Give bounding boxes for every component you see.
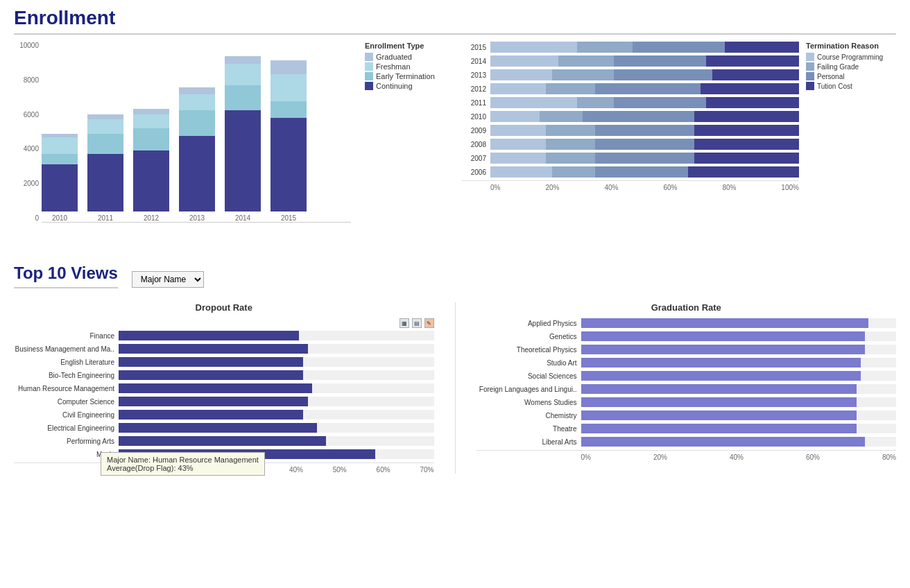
graduation-row: Chemistry xyxy=(477,410,897,420)
dropout-bar[interactable] xyxy=(119,449,375,459)
termination-legend-title: Termination Reason xyxy=(806,42,896,50)
graduation-bar[interactable] xyxy=(581,437,865,447)
graduation-x-label: 20% xyxy=(653,453,667,461)
graduation-x-label: 80% xyxy=(882,453,896,461)
legend-item: Continuing xyxy=(365,82,448,90)
dropout-bar[interactable] xyxy=(119,331,299,340)
dropout-label: English Literature xyxy=(14,358,114,366)
legend-item: Freshman xyxy=(365,62,448,71)
graduation-chart: Graduation Rate Applied PhysicsGeneticsT… xyxy=(477,302,897,474)
major-name-dropdown[interactable]: Major Name xyxy=(132,271,204,288)
term-legend-item: Failing Grade xyxy=(806,62,896,71)
enrollment-chart: 1000080006000400020000 20102011201220132… xyxy=(14,42,448,250)
dropout-bar[interactable] xyxy=(119,423,317,433)
page-title: Enrollment xyxy=(14,7,896,35)
edit-icon[interactable]: ✎ xyxy=(424,318,434,328)
term-row: 2009 xyxy=(462,125,799,136)
graduation-label: Applied Physics xyxy=(477,320,577,327)
bar-group: 2015 xyxy=(271,60,307,222)
bar-group: 2013 xyxy=(179,87,215,222)
graduation-label: Studio Art xyxy=(477,359,577,367)
dropout-row: English Literature xyxy=(14,357,434,367)
bar-x-label: 2010 xyxy=(52,214,67,222)
dropout-title: Dropout Rate xyxy=(14,302,434,313)
graduation-bar[interactable] xyxy=(581,424,857,433)
dropout-label: Computer Science xyxy=(14,398,114,406)
graduation-row: Applied Physics xyxy=(477,318,897,328)
graduation-row: Womens Studies xyxy=(477,397,897,407)
term-row: 2010 xyxy=(462,111,799,122)
graduation-x-label: 60% xyxy=(806,453,820,461)
dropout-label: Business Management and Ma.. xyxy=(14,345,114,353)
dropout-row: Electrical Engineering xyxy=(14,423,434,433)
dropout-x-label: 20% xyxy=(202,466,216,474)
dropout-row: Bio-Tech Engineering xyxy=(14,370,434,380)
bar-group: 2012 xyxy=(133,109,169,222)
dropout-x-label: 10% xyxy=(158,466,172,474)
graduation-label: Womens Studies xyxy=(477,399,577,406)
term-x-label: 40% xyxy=(604,184,618,191)
dropout-x-label: 50% xyxy=(333,466,347,474)
graduation-label: Foreign Languages and Lingui.. xyxy=(477,386,577,393)
dropout-label: Human Resource Management xyxy=(14,385,114,392)
dropout-chart: Dropout Rate ▦ ▤ ✎ FinanceBusiness Manag… xyxy=(14,302,434,474)
dropout-label: Civil Engineering xyxy=(14,411,114,419)
view-icon-2[interactable]: ▤ xyxy=(412,318,422,328)
top10-title: Top 10 Views xyxy=(14,263,118,288)
dropout-label: Music xyxy=(14,451,114,458)
legend-item: Graduated xyxy=(365,53,448,61)
graduation-row: Social Sciences xyxy=(477,371,897,381)
dropout-row: Human Resource Management xyxy=(14,383,434,393)
dropout-x-label: 70% xyxy=(420,466,433,474)
term-row: 2013 xyxy=(462,69,799,80)
bar-group: 2010 xyxy=(42,134,78,222)
dropout-bar[interactable] xyxy=(119,344,308,354)
dropout-bar[interactable] xyxy=(119,436,326,446)
dropout-bar[interactable] xyxy=(119,370,303,380)
graduation-row: Theoretical Physics xyxy=(477,345,897,354)
graduation-bar[interactable] xyxy=(581,318,869,328)
term-row: 2006 xyxy=(462,166,799,178)
graduation-bar[interactable] xyxy=(581,384,857,394)
bar-x-label: 2013 xyxy=(189,214,205,222)
bar-x-label: 2011 xyxy=(98,214,113,222)
term-x-label: 0% xyxy=(490,184,500,191)
dropout-bar[interactable] xyxy=(119,410,303,420)
dropout-row: Performing Arts xyxy=(14,436,434,446)
dropout-bar[interactable] xyxy=(119,397,308,406)
term-x-label: 60% xyxy=(663,184,677,191)
dropout-bar[interactable] xyxy=(119,383,312,393)
dropout-label: Bio-Tech Engineering xyxy=(14,372,114,379)
graduation-x-label: 0% xyxy=(581,453,591,461)
term-row: 2012 xyxy=(462,83,799,94)
dropout-x-label: 40% xyxy=(289,466,303,474)
termination-chart: 2015201420132012201120102009200820072006… xyxy=(462,42,896,250)
graduation-row: Foreign Languages and Lingui.. xyxy=(477,384,897,394)
graduation-bar[interactable] xyxy=(581,345,865,354)
graduation-label: Genetics xyxy=(477,333,577,340)
view-icon-1[interactable]: ▦ xyxy=(400,318,409,328)
dropout-bar[interactable] xyxy=(119,357,303,367)
graduation-row: Studio Art xyxy=(477,358,897,368)
dropout-row: Finance xyxy=(14,331,434,340)
graduation-label: Chemistry xyxy=(477,412,577,420)
graduation-label: Theoretical Physics xyxy=(477,346,577,354)
dropout-x-label: 0% xyxy=(119,466,128,474)
graduation-bar[interactable] xyxy=(581,331,865,341)
term-legend-item: Course Programming xyxy=(806,53,896,61)
graduation-bar[interactable] xyxy=(581,358,861,368)
term-legend-item: Tution Cost xyxy=(806,82,896,90)
bar-x-label: 2014 xyxy=(235,214,250,222)
bar-group: 2011 xyxy=(87,114,123,222)
dropout-row: Computer Science xyxy=(14,397,434,406)
bar-x-label: 2015 xyxy=(281,214,296,222)
dropout-x-label: 30% xyxy=(246,466,259,474)
graduation-bar[interactable] xyxy=(581,397,857,407)
graduation-bar[interactable] xyxy=(581,410,857,420)
graduation-bar[interactable] xyxy=(581,371,861,381)
graduation-row: Genetics xyxy=(477,331,897,341)
dropout-row: Civil Engineering xyxy=(14,410,434,420)
dropout-row: Business Management and Ma.. xyxy=(14,344,434,354)
graduation-label: Social Sciences xyxy=(477,372,577,380)
graduation-x-label: 40% xyxy=(730,453,744,461)
